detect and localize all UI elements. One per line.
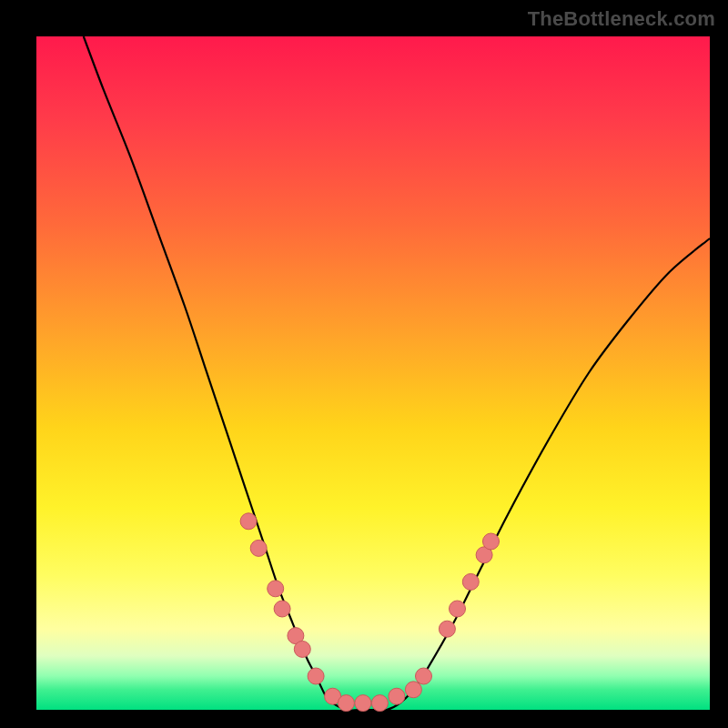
data-marker [416, 668, 432, 684]
data-marker [450, 601, 466, 617]
data-marker [250, 540, 267, 556]
chart-frame: TheBottleneck.com [0, 0, 728, 728]
chart-svg [36, 36, 710, 710]
data-marker [355, 695, 371, 712]
data-marker [294, 641, 310, 657]
data-marker [240, 513, 257, 530]
data-marker [308, 668, 324, 684]
data-marker [462, 573, 479, 590]
data-marker [483, 533, 500, 550]
data-marker [338, 695, 354, 712]
data-marker [274, 601, 290, 617]
data-marker [405, 682, 421, 698]
data-marker [439, 621, 455, 637]
data-marker [371, 695, 388, 712]
data-marker [389, 688, 405, 704]
markers-group [240, 513, 499, 712]
watermark-text: TheBottleneck.com [528, 7, 715, 31]
bottleneck-curve [84, 36, 710, 711]
data-marker [268, 581, 284, 597]
